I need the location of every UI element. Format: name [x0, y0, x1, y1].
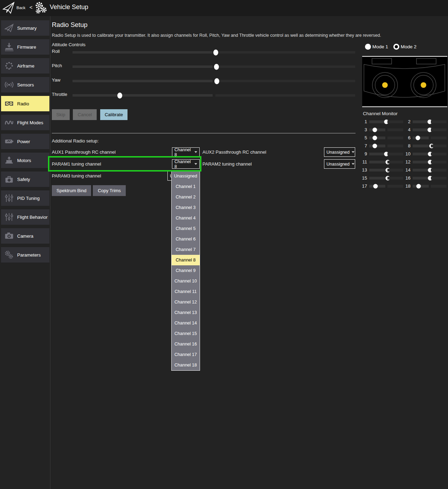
gears-icon — [34, 1, 48, 16]
channel-monitor-row: 4 — [404, 126, 448, 134]
sidebar-item[interactable]: Airframe — [1, 58, 49, 74]
channel-number: 1 — [361, 119, 367, 124]
attitude-sliders: Roll Pitch Yaw Throttle — [51, 48, 359, 105]
channel-value-dot — [428, 152, 433, 156]
channel-option[interactable]: Channel 9 — [172, 265, 200, 276]
channel-option[interactable]: Channel 13 — [172, 307, 200, 318]
sidebar-item-label: Firmware — [17, 44, 36, 50]
slider-thumb[interactable] — [214, 78, 219, 84]
channel-option[interactable]: Channel 4 — [172, 213, 200, 223]
sidebar-item-label: Summary — [17, 26, 37, 31]
channel-option[interactable]: Channel 10 — [172, 276, 200, 286]
channel-bar — [369, 120, 403, 123]
sidebar-item[interactable]: Safety — [1, 172, 49, 187]
chevron-down-icon — [194, 163, 197, 165]
channel-option[interactable]: Channel 8 — [172, 255, 200, 265]
sidebar-item-label: Power — [17, 139, 30, 144]
param2-tuning-dropdown[interactable]: Unassigned — [324, 159, 355, 169]
aux1-passthrough-dropdown[interactable]: Channel 8 — [172, 147, 200, 157]
channel-bar — [413, 185, 447, 188]
radio-button-icon[interactable] — [393, 44, 399, 50]
sidebar-item[interactable]: Parameters — [1, 247, 49, 263]
additional-radio-setup-heading: Additional Radio setup: — [52, 138, 99, 144]
channel-dropdown-list: Unassigned Channel 1 Channel 2 Channel 3… — [171, 170, 200, 371]
slider-thumb[interactable] — [213, 49, 218, 55]
radio-goggles-icon — [1, 99, 17, 109]
channel-bar — [413, 161, 447, 163]
channel-number: 8 — [404, 143, 411, 148]
channel-option[interactable]: Channel 1 — [172, 181, 200, 192]
slider-label: Yaw — [52, 77, 60, 83]
channel-option[interactable]: Channel 14 — [172, 318, 200, 328]
sidebar-item[interactable]: Radio — [1, 96, 49, 111]
channel-bar — [413, 169, 447, 172]
sidebar-item[interactable]: Motors — [1, 153, 49, 168]
sidebar-item[interactable]: Firmware — [1, 39, 49, 55]
back-button[interactable]: Back — [16, 6, 26, 10]
channel-monitor-row: 7 — [361, 142, 404, 150]
slider-track[interactable] — [73, 65, 355, 68]
slider-track[interactable] — [73, 94, 355, 97]
channel-monitor-row: 12 — [404, 158, 448, 166]
skip-button[interactable]: Skip — [52, 109, 70, 120]
sidebar-item[interactable]: Summary — [1, 20, 49, 36]
channel-bar — [369, 153, 403, 155]
top-bar: Back < Vehicle Setup — [0, 0, 448, 16]
sidebar-item[interactable]: Camera — [1, 228, 49, 244]
channel-bar — [369, 161, 403, 163]
slider-thumb[interactable] — [214, 64, 219, 70]
sidebar-item-label: Radio — [17, 101, 29, 106]
channel-option[interactable]: Channel 3 — [172, 202, 200, 213]
sidebar-item[interactable]: PID Tuning — [1, 190, 49, 206]
sidebar-item[interactable]: Sensors — [1, 77, 49, 92]
channel-option[interactable]: Channel 6 — [172, 234, 200, 244]
sidebar-divider — [50, 16, 50, 489]
tuning-sliders-icon — [1, 193, 17, 203]
channel-option[interactable]: Channel 11 — [172, 286, 200, 297]
spektrum-bind-button[interactable]: Spektrum Bind — [52, 185, 91, 196]
chevron-down-icon — [352, 163, 354, 165]
channel-option[interactable]: Channel 2 — [172, 192, 200, 202]
cancel-button[interactable]: Cancel — [73, 109, 97, 120]
mode-2-radio[interactable]: Mode 2 — [393, 44, 416, 50]
mode-1-radio[interactable]: Mode 1 — [365, 44, 388, 50]
sidebar-item[interactable]: Flight Modes — [1, 115, 49, 130]
firmware-download-icon — [1, 42, 17, 52]
channel-value-dot — [428, 168, 433, 172]
channel-number: 2 — [404, 119, 411, 124]
channel-option[interactable]: Channel 5 — [172, 223, 200, 234]
channel-option[interactable]: Channel 12 — [172, 297, 200, 307]
airframe-dots-icon — [1, 61, 17, 71]
channel-monitor-heading: Channel Monitor — [363, 111, 398, 116]
aux2-passthrough-dropdown[interactable]: Unassigned — [324, 147, 355, 157]
slider-thumb[interactable] — [117, 92, 122, 98]
channel-option[interactable]: Channel 15 — [172, 328, 200, 339]
channel-number: 7 — [361, 143, 367, 148]
channel-option[interactable]: Channel 18 — [172, 360, 200, 370]
vehicle-setup-page: Back < Vehicle Setup Summary Firmwar — [0, 0, 448, 489]
page-title: Radio Setup — [52, 21, 88, 29]
channel-option[interactable]: Channel 16 — [172, 339, 200, 349]
radio-button-icon[interactable] — [365, 44, 371, 50]
camera-icon — [1, 231, 17, 241]
sidebar-item-label: Parameters — [17, 252, 41, 258]
channel-value-dot — [386, 160, 390, 164]
sidebar-item[interactable]: Flight Behavior — [1, 209, 49, 225]
attitude-slider-row: Throttle — [51, 91, 359, 105]
channel-number: 10 — [404, 151, 411, 156]
channel-option[interactable]: Channel 7 — [172, 244, 200, 255]
channel-option[interactable]: Channel 17 — [172, 349, 200, 360]
slider-track[interactable] — [73, 80, 355, 82]
slider-track[interactable] — [73, 51, 355, 54]
sidebar-item[interactable]: Power — [1, 134, 49, 149]
param1-tuning-dropdown[interactable]: Channel 8 — [172, 159, 200, 169]
channel-value-dot — [427, 119, 432, 124]
channel-option[interactable]: Unassigned — [172, 171, 200, 181]
chevron-down-icon — [194, 151, 197, 153]
channel-value-dot — [428, 176, 433, 180]
calibrate-button[interactable]: Calibrate — [100, 109, 127, 120]
copy-trims-button[interactable]: Copy Trims — [93, 185, 126, 196]
sidebar-item-label: Flight Behavior — [17, 215, 48, 220]
channel-value-dot — [427, 127, 432, 132]
transmitter-diagram — [362, 56, 447, 107]
